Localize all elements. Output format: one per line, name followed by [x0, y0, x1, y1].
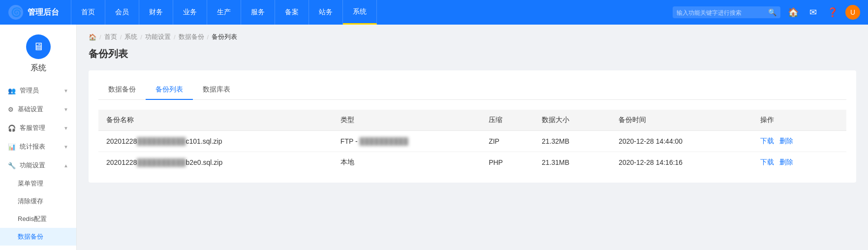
cell-compression-1: ZIP — [481, 131, 534, 152]
col-header-type: 类型 — [333, 110, 481, 131]
reports-icon: 📊 — [8, 143, 16, 151]
app-name: 管理后台 — [28, 7, 59, 18]
main-content: 🏠 / 首页 / 系统 / 功能设置 / 数据备份 / 备份列表 备份列表 数据… — [77, 25, 868, 250]
sidebar-logo: 🖥 — [26, 34, 51, 59]
breadcrumb-item-backup[interactable]: 数据备份 — [179, 32, 204, 41]
blurred-name-1: ██████████ — [137, 137, 186, 145]
content-card: 数据备份 备份列表 数据库表 备份名称 类型 压缩 数据大小 备份 — [89, 70, 856, 183]
user-avatar[interactable]: U — [845, 5, 860, 20]
download-link-2[interactable]: 下载 — [760, 158, 774, 166]
nav-item-service[interactable]: 服务 — [241, 0, 275, 25]
feature-icon: 🔧 — [8, 162, 16, 169]
search-input[interactable] — [677, 9, 765, 16]
main-layout: 🖥 系统 👥 管理员 ▼ ⚙ 基础设置 ▼ 🎧 客服管理 — [0, 25, 868, 250]
sidebar-item-reports[interactable]: 📊 统计报表 ▼ — [0, 137, 76, 156]
col-header-time: 备份时间 — [611, 110, 752, 131]
sidebar-sub-item-data-backup[interactable]: 数据备份 — [0, 228, 76, 246]
nav-items: 首页 会员 财务 业务 生产 服务 备案 站务 系统 — [71, 0, 673, 25]
nav-item-finance[interactable]: 财务 — [139, 0, 173, 25]
cell-name-2: 20201228██████████b2e0.sql.zip — [98, 152, 333, 173]
sidebar-menu: 👥 管理员 ▼ ⚙ 基础设置 ▼ 🎧 客服管理 ▼ — [0, 81, 76, 246]
delete-link-1[interactable]: 删除 — [779, 137, 793, 145]
app-logo-icon: 🌀 — [8, 4, 24, 20]
breadcrumb-item-system[interactable]: 系统 — [124, 32, 137, 41]
sidebar-item-customer-service[interactable]: 🎧 客服管理 ▼ — [0, 119, 76, 137]
page-title: 备份列表 — [89, 47, 856, 61]
nav-item-filing[interactable]: 备案 — [275, 0, 309, 25]
breadcrumb: 🏠 / 首页 / 系统 / 功能设置 / 数据备份 / 备份列表 — [89, 32, 856, 41]
tab-bar: 数据备份 备份列表 数据库表 — [98, 80, 846, 100]
nav-item-member[interactable]: 会员 — [105, 0, 139, 25]
nav-item-business[interactable]: 业务 — [173, 0, 207, 25]
search-icon[interactable]: 🔍 — [768, 8, 776, 16]
cell-type-1: FTP - ██████████ — [333, 131, 481, 152]
sidebar-title: 系统 — [31, 63, 46, 73]
help-icon[interactable]: ❓ — [826, 5, 839, 19]
tab-data-backup[interactable]: 数据备份 — [98, 80, 146, 100]
download-link-1[interactable]: 下载 — [760, 137, 774, 145]
sidebar-item-basic-label: 基础设置 — [18, 105, 43, 114]
cell-compression-2: PHP — [481, 152, 534, 173]
logo-area: 🌀 管理后台 — [8, 4, 59, 20]
breadcrumb-item-feature[interactable]: 功能设置 — [145, 32, 171, 41]
settings-icon: ⚙ — [8, 106, 14, 113]
cell-time-1: 2020-12-28 14:44:00 — [611, 131, 752, 152]
blurred-type-1: ██████████ — [359, 137, 408, 145]
col-header-action: 操作 — [752, 110, 846, 131]
mail-icon[interactable]: ✉ — [806, 5, 820, 19]
sidebar-item-basic-settings[interactable]: ⚙ 基础设置 ▼ — [0, 100, 76, 119]
nav-item-system[interactable]: 系统 — [343, 0, 377, 25]
sidebar-item-admin[interactable]: 👥 管理员 ▼ — [0, 81, 76, 100]
sidebar-item-cs-label: 客服管理 — [20, 124, 45, 132]
search-box: 🔍 — [673, 6, 780, 18]
cell-action-2: 下载 删除 — [752, 152, 846, 173]
customer-service-icon: 🎧 — [8, 125, 16, 132]
cell-size-1: 21.32MB — [534, 131, 611, 152]
admin-icon: 👥 — [8, 87, 16, 94]
chevron-down-icon: ▼ — [63, 88, 68, 94]
chevron-down-icon-4: ▼ — [63, 144, 68, 150]
tab-database-table[interactable]: 数据库表 — [193, 80, 240, 100]
chevron-down-icon-3: ▼ — [63, 125, 68, 131]
cell-type-2: 本地 — [333, 152, 481, 173]
sidebar: 🖥 系统 👥 管理员 ▼ ⚙ 基础设置 ▼ 🎧 客服管理 — [0, 25, 77, 250]
blurred-name-2: ██████████ — [137, 158, 186, 166]
home-nav-icon[interactable]: 🏠 — [786, 5, 800, 19]
svg-text:🌀: 🌀 — [11, 7, 22, 18]
table-row: 20201228██████████b2e0.sql.zip 本地 PHP 21… — [98, 152, 846, 173]
backup-table: 备份名称 类型 压缩 数据大小 备份时间 操作 20201228████████… — [98, 110, 846, 173]
breadcrumb-item-home[interactable]: 首页 — [104, 32, 117, 41]
col-header-compression: 压缩 — [481, 110, 534, 131]
breadcrumb-item-current: 备份列表 — [212, 32, 237, 41]
sidebar-item-feature-settings[interactable]: 🔧 功能设置 ▲ — [0, 156, 76, 175]
sidebar-sub-item-clear-cache[interactable]: 清除缓存 — [0, 192, 76, 210]
sidebar-item-feature-label: 功能设置 — [20, 161, 45, 170]
nav-item-station[interactable]: 站务 — [309, 0, 343, 25]
chevron-down-icon-2: ▼ — [63, 107, 68, 112]
cell-name-1: 20201228██████████c101.sql.zip — [98, 131, 333, 152]
top-navigation: 🌀 管理后台 首页 会员 财务 业务 生产 服务 备案 站务 系统 🔍 🏠 ✉ … — [0, 0, 868, 25]
cell-action-1: 下载 删除 — [752, 131, 846, 152]
delete-link-2[interactable]: 删除 — [779, 158, 793, 166]
col-header-size: 数据大小 — [534, 110, 611, 131]
sidebar-item-admin-label: 管理员 — [20, 86, 39, 95]
cell-size-2: 21.31MB — [534, 152, 611, 173]
nav-right-area: 🔍 🏠 ✉ ❓ U — [673, 5, 860, 20]
chevron-up-icon: ▲ — [63, 163, 68, 168]
nav-item-home[interactable]: 首页 — [71, 0, 105, 25]
sidebar-item-reports-label: 统计报表 — [20, 142, 45, 151]
cell-time-2: 2020-12-28 14:16:16 — [611, 152, 752, 173]
home-icon: 🏠 — [89, 33, 96, 41]
col-header-name: 备份名称 — [98, 110, 333, 131]
sidebar-sub-item-redis[interactable]: Redis配置 — [0, 210, 76, 228]
tab-backup-list[interactable]: 备份列表 — [146, 80, 193, 100]
table-row: 20201228██████████c101.sql.zip FTP - ███… — [98, 131, 846, 152]
sidebar-sub-item-menu-manage[interactable]: 菜单管理 — [0, 175, 76, 192]
nav-item-production[interactable]: 生产 — [207, 0, 241, 25]
table-header-row: 备份名称 类型 压缩 数据大小 备份时间 操作 — [98, 110, 846, 131]
